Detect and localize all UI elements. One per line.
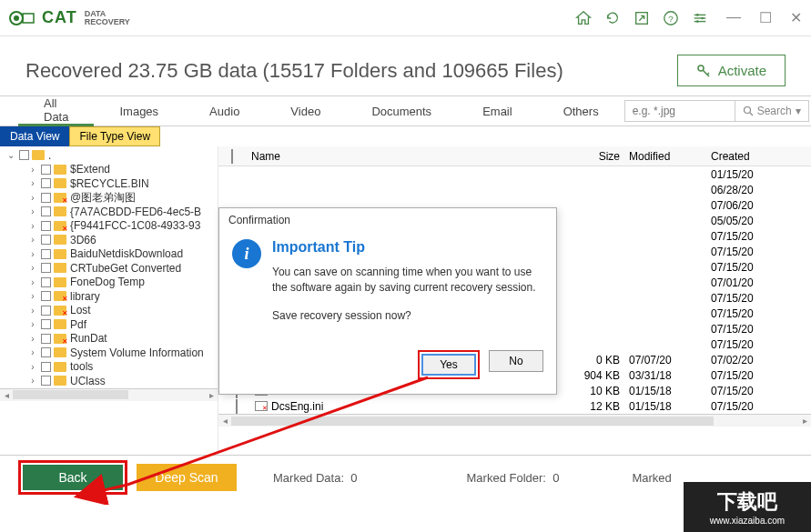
tree-toggle-icon[interactable]: ›: [27, 221, 38, 231]
search-button[interactable]: Search ▾: [735, 101, 808, 121]
tree-checkbox[interactable]: [41, 319, 51, 329]
tree-item[interactable]: ›Pdf: [0, 317, 218, 332]
tree-toggle-icon[interactable]: ›: [27, 263, 38, 273]
tree-item[interactable]: ›tools: [0, 360, 218, 375]
select-all-checkbox[interactable]: [231, 149, 233, 164]
tree-checkbox[interactable]: [41, 221, 51, 231]
tree-toggle-icon[interactable]: ›: [27, 235, 38, 245]
col-modified[interactable]: Modified: [629, 150, 711, 163]
col-created[interactable]: Created: [711, 150, 793, 163]
tree-toggle-icon[interactable]: ›: [27, 291, 38, 301]
share-icon[interactable]: [634, 10, 650, 26]
tree-toggle-icon[interactable]: ›: [27, 376, 38, 386]
tab-audio[interactable]: Audio: [184, 105, 265, 118]
folder-icon: [54, 193, 66, 203]
tree-item[interactable]: ›System Volume Information: [0, 346, 218, 360]
tree-item[interactable]: ›$Extend: [0, 163, 218, 177]
tree-item[interactable]: ›BaiduNetdiskDownload: [0, 247, 218, 262]
tree-item[interactable]: ›library: [0, 289, 218, 304]
tab-video[interactable]: Video: [265, 105, 346, 118]
tree-toggle-icon[interactable]: ›: [27, 193, 38, 203]
tree-item[interactable]: ›{F9441FCC-1C08-4933-93: [0, 219, 218, 234]
tree-checkbox[interactable]: [19, 150, 29, 160]
tree-hscroll[interactable]: ◂ ▸: [0, 388, 218, 401]
tree-checkbox[interactable]: [41, 235, 51, 245]
tree-toggle-icon[interactable]: ›: [27, 206, 38, 216]
col-size[interactable]: Size: [556, 150, 629, 163]
tree-item[interactable]: ›@图老弟淘图: [0, 191, 218, 206]
tree-toggle-icon[interactable]: ›: [27, 165, 38, 175]
col-name[interactable]: Name: [246, 150, 556, 163]
tree-checkbox[interactable]: [41, 178, 51, 188]
folder-tree[interactable]: ⌄ . ›$Extend›$RECYCLE.BIN›@图老弟淘图›{7A7ACB…: [0, 146, 218, 455]
tree-checkbox[interactable]: [41, 362, 51, 372]
tab-all-data[interactable]: All Data: [18, 96, 94, 126]
scroll-left-icon[interactable]: ◂: [0, 390, 13, 400]
tree-checkbox[interactable]: [41, 193, 51, 203]
no-button[interactable]: No: [489, 350, 543, 372]
tree-item[interactable]: ›CRTubeGet Converted: [0, 261, 218, 276]
search-input[interactable]: [625, 103, 735, 119]
tree-checkbox[interactable]: [41, 206, 51, 216]
folder-icon: [54, 206, 66, 216]
subtab-data-view[interactable]: Data View: [0, 126, 69, 146]
file-row[interactable]: 06/28/20: [218, 182, 811, 197]
back-button[interactable]: Back: [23, 465, 123, 490]
tree-item[interactable]: ›$RECYCLE.BIN: [0, 176, 218, 191]
tree-toggle-icon[interactable]: ›: [27, 178, 38, 188]
tab-images[interactable]: Images: [94, 105, 184, 118]
tree-checkbox[interactable]: [41, 291, 51, 301]
tab-email[interactable]: Email: [457, 105, 538, 118]
activate-button[interactable]: Activate: [677, 55, 786, 86]
file-row[interactable]: DcsEng.ini12 KB01/15/1807/15/20: [218, 398, 811, 414]
scroll-right-icon[interactable]: ▸: [798, 416, 811, 426]
scroll-left-icon[interactable]: ◂: [218, 416, 231, 426]
tree-checkbox[interactable]: [41, 263, 51, 273]
tree-item[interactable]: ›RunDat: [0, 332, 218, 346]
close-button[interactable]: ✕: [790, 9, 802, 26]
marked-folder-value: 0: [552, 471, 559, 485]
file-created: 07/06/20: [711, 199, 793, 212]
tree-checkbox[interactable]: [41, 347, 51, 357]
tree-checkbox[interactable]: [41, 334, 51, 344]
tree-toggle-icon[interactable]: ›: [27, 347, 38, 357]
tree-toggle-icon[interactable]: ›: [27, 277, 38, 287]
scroll-right-icon[interactable]: ▸: [205, 390, 218, 400]
file-row[interactable]: 01/15/20: [218, 166, 811, 182]
file-modified: 01/15/18: [629, 385, 711, 397]
tree-item-label: library: [70, 290, 100, 303]
tree-checkbox[interactable]: [41, 376, 51, 386]
file-created: 07/15/20: [711, 230, 793, 243]
tree-item[interactable]: ›FoneDog Temp: [0, 276, 218, 290]
file-created: 07/15/20: [711, 369, 793, 382]
tree-toggle-icon[interactable]: ›: [27, 362, 38, 372]
deep-scan-button[interactable]: Deep Scan: [137, 464, 237, 491]
maximize-button[interactable]: ☐: [759, 9, 772, 26]
tree-item[interactable]: ›UClass: [0, 374, 218, 388]
home-icon[interactable]: [575, 10, 592, 26]
settings-icon[interactable]: [692, 10, 708, 26]
subtab-file-type-view[interactable]: File Type View: [69, 126, 160, 146]
tree-toggle-icon[interactable]: ⌄: [5, 150, 16, 160]
tree-checkbox[interactable]: [41, 249, 51, 259]
tree-toggle-icon[interactable]: ›: [27, 319, 38, 329]
tree-item[interactable]: ›Lost: [0, 304, 218, 318]
minimize-button[interactable]: —: [726, 9, 741, 26]
tree-toggle-icon[interactable]: ›: [27, 249, 38, 259]
watermark-text: 下载吧: [717, 488, 777, 516]
tree-toggle-icon[interactable]: ›: [27, 306, 38, 316]
tree-item[interactable]: ›3D66: [0, 233, 218, 247]
tree-toggle-icon[interactable]: ›: [27, 334, 38, 344]
tab-documents[interactable]: Documents: [346, 105, 457, 118]
tree-checkbox[interactable]: [41, 277, 51, 287]
folder-icon: [54, 306, 66, 316]
tree-checkbox[interactable]: [41, 165, 51, 175]
help-icon[interactable]: ?: [663, 10, 679, 26]
yes-button[interactable]: Yes: [421, 354, 476, 376]
refresh-icon[interactable]: [604, 10, 621, 26]
file-checkbox[interactable]: [236, 399, 238, 414]
file-hscroll[interactable]: ◂ ▸: [218, 414, 811, 427]
tree-item[interactable]: ›{7A7ACBDD-FED6-4ec5-B: [0, 205, 218, 219]
tree-checkbox[interactable]: [41, 306, 51, 316]
tab-others[interactable]: Others: [538, 105, 624, 118]
